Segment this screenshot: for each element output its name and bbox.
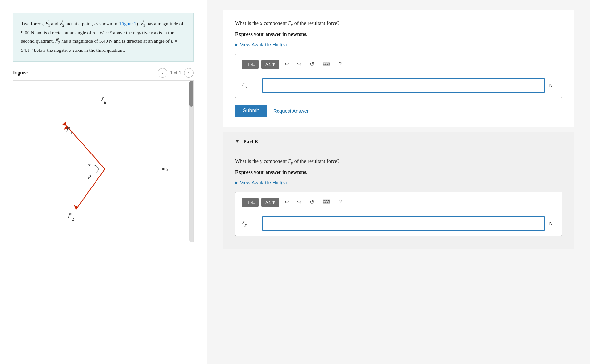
svg-text:2: 2 — [72, 217, 74, 222]
keyboard-button[interactable]: ⌨ — [320, 59, 333, 69]
scrollbar[interactable] — [189, 81, 193, 242]
part-b-question: What is the y component Fy of the result… — [235, 157, 562, 166]
svg-text:F⃗: F⃗ — [68, 213, 72, 219]
part-b-math-icon: □ — [246, 199, 249, 205]
part-b-input-label: Fy = — [242, 220, 258, 227]
svg-text:F⃗: F⃗ — [66, 126, 70, 133]
figure-nav: ‹ 1 of 1 › — [158, 68, 194, 78]
refresh-button[interactable]: ↺ — [307, 59, 317, 69]
part-a-actions: Submit Request Answer — [235, 105, 562, 117]
part-b-answer-input[interactable] — [262, 216, 545, 231]
svg-marker-12 — [74, 205, 78, 209]
svg-text:y: y — [101, 95, 104, 101]
undo-button[interactable]: ↩ — [282, 59, 292, 69]
part-b-math-input-button[interactable]: □ √□ — [242, 198, 259, 207]
part-b-help-button[interactable]: ? — [336, 198, 344, 207]
part-a-answer-input[interactable] — [262, 78, 545, 93]
part-a-instruction: Express your answer in newtons. — [235, 31, 562, 37]
part-a-unit: N — [549, 83, 555, 88]
part-a-request-answer-link[interactable]: Request Answer — [273, 108, 309, 114]
svg-text:x: x — [166, 165, 169, 172]
svg-marker-3 — [104, 101, 106, 104]
math-icon: □ — [246, 62, 249, 67]
part-a-submit-button[interactable]: Submit — [235, 105, 267, 117]
part-a-toolbar: □ √□ ΑΣΦ ↩ ↪ ↺ ⌨ ? — [242, 59, 555, 73]
left-panel: Two forces, F⃗1 and F⃗2, act at a point,… — [0, 0, 207, 364]
part-b-sqrt-symbol: √□ — [250, 200, 255, 205]
part-a-input-label: Fx = — [242, 82, 258, 89]
part-b-input-row: Fy = N — [242, 216, 555, 231]
part-b-answer-box: □ √□ ΑΣΦ ↩ ↪ ↺ ⌨ ? — [235, 192, 562, 236]
part-b-undo-button[interactable]: ↩ — [282, 197, 292, 207]
part-b-hint-link[interactable]: View Available Hint(s) — [235, 180, 562, 185]
part-a-input-row: Fx = N — [242, 78, 555, 93]
help-button[interactable]: ? — [336, 60, 344, 69]
part-b-label: Part B — [244, 139, 258, 144]
svg-text:α: α — [88, 162, 91, 167]
figure-title: Figure — [13, 70, 28, 76]
part-b-redo-button[interactable]: ↪ — [294, 197, 304, 207]
part-b-toolbar: □ √□ ΑΣΦ ↩ ↪ ↺ ⌨ ? — [242, 197, 555, 211]
prev-figure-button[interactable]: ‹ — [158, 68, 167, 78]
part-a-question: What is the x component Fx of the result… — [235, 19, 562, 28]
figure-diagram: x y F⃗ 1 — [13, 80, 194, 242]
scrollbar-thumb[interactable] — [189, 81, 193, 107]
part-b-collapse-icon[interactable]: ▼ — [235, 139, 240, 144]
svg-text:1: 1 — [70, 130, 72, 135]
part-b-instruction: Express your answer in newtons. — [235, 169, 562, 175]
problem-description: Two forces, F⃗1 and F⃗2, act at a point,… — [13, 13, 194, 62]
part-b-header[interactable]: ▼ Part B — [223, 132, 574, 151]
figure-counter: 1 of 1 — [170, 70, 181, 75]
part-b-refresh-button[interactable]: ↺ — [307, 197, 317, 207]
sqrt-symbol: √□ — [250, 62, 255, 67]
part-b-unit: N — [549, 221, 555, 226]
problem-text: Two forces, F⃗1 and F⃗2, act at a point,… — [21, 21, 183, 53]
figure-link[interactable]: Figure 1 — [120, 21, 136, 26]
next-figure-button[interactable]: › — [184, 68, 194, 78]
right-panel: What is the x component Fx of the result… — [207, 0, 590, 364]
part-a-section: What is the x component Fx of the result… — [223, 10, 574, 127]
symbol-button[interactable]: ΑΣΦ — [261, 60, 279, 69]
part-a-answer-box: □ √□ ΑΣΦ ↩ ↪ ↺ ⌨ ? — [235, 54, 562, 98]
figure-header: Figure ‹ 1 of 1 › — [13, 68, 194, 78]
redo-button[interactable]: ↪ — [294, 59, 304, 69]
svg-marker-1 — [162, 168, 165, 170]
svg-text:β: β — [88, 173, 91, 178]
part-b-keyboard-button[interactable]: ⌨ — [320, 197, 333, 207]
math-input-button[interactable]: □ √□ — [242, 60, 259, 69]
diagram-svg: x y F⃗ 1 — [13, 81, 193, 242]
figure-section: Figure ‹ 1 of 1 › x y — [13, 68, 194, 242]
part-a-hint-link[interactable]: View Available Hint(s) — [235, 42, 562, 47]
part-b-section: What is the y component Fy of the result… — [223, 151, 574, 249]
part-b-symbol-button[interactable]: ΑΣΦ — [261, 198, 279, 207]
